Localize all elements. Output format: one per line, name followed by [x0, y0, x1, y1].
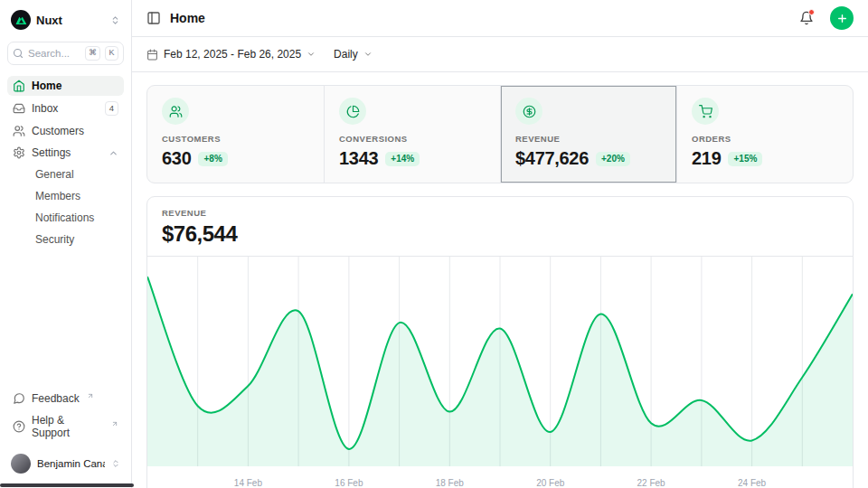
sidebar-subitem-label: General [35, 168, 74, 181]
kbd-cmd: ⌘ [85, 46, 100, 60]
sidebar-item-security[interactable]: Security [7, 230, 124, 249]
inbox-count-badge: 4 [105, 101, 118, 116]
revenue-chart-card: REVENUE $76,544 14 Feb16 Feb18 Feb20 Feb… [146, 196, 854, 488]
stats-row: CUSTOMERS 630 +8% CONVERSIONS 1343 +14% [146, 85, 854, 183]
dollar-circle-icon [515, 98, 542, 125]
sidebar-subitem-label: Members [35, 190, 80, 202]
sidebar-item-help-support[interactable]: Help & Support [7, 410, 124, 443]
granularity-label: Daily [334, 48, 358, 61]
chevron-down-icon [307, 50, 316, 59]
users-icon [13, 125, 25, 137]
revenue-area-chart[interactable]: 14 Feb16 Feb18 Feb20 Feb22 Feb24 Feb [147, 257, 853, 488]
sidebar-item-settings[interactable]: Settings [7, 143, 124, 163]
sidebar-collapse-button[interactable] [146, 11, 161, 25]
filter-toolbar: Feb 12, 2025 - Feb 26, 2025 Daily [132, 37, 868, 72]
chart-metric-label: REVENUE [162, 208, 838, 218]
stat-label: CONVERSIONS [339, 134, 486, 144]
sidebar-item-notifications[interactable]: Notifications [7, 208, 124, 228]
chat-bubble-icon [13, 392, 25, 405]
svg-text:14 Feb: 14 Feb [234, 478, 263, 488]
settings-subnav: General Members Notifications Security [7, 164, 124, 249]
sidebar-item-label: Feedback [32, 392, 80, 405]
sidebar-spacer [7, 249, 124, 389]
sidebar-item-label: Settings [32, 146, 71, 159]
user-menu[interactable]: Benjamin Canac [7, 450, 124, 477]
svg-text:22 Feb: 22 Feb [637, 478, 666, 488]
sidebar-item-home[interactable]: Home [7, 76, 124, 96]
sidebar-item-members[interactable]: Members [7, 186, 124, 206]
calendar-icon [146, 49, 158, 61]
external-link-icon [87, 392, 94, 399]
stat-value: 219 [692, 148, 721, 169]
stat-label: CUSTOMERS [162, 134, 309, 144]
external-link-icon [111, 420, 118, 427]
sidebar-subitem-label: Notifications [35, 211, 94, 224]
sidebar-item-label: Home [32, 80, 61, 92]
stat-label: ORDERS [692, 134, 838, 144]
chevron-down-icon [363, 50, 373, 59]
stat-card-orders[interactable]: ORDERS 219 +15% [676, 86, 853, 183]
stat-value: 630 [162, 148, 191, 169]
sidebar-item-label: Help & Support [32, 414, 104, 439]
users-icon [162, 98, 189, 125]
sidebar-item-customers[interactable]: Customers [7, 121, 124, 141]
home-icon [13, 80, 25, 92]
stat-card-customers[interactable]: CUSTOMERS 630 +8% [147, 86, 324, 183]
stat-delta-badge: +14% [385, 152, 420, 166]
svg-text:18 Feb: 18 Feb [436, 478, 465, 488]
nuxt-logo-icon [11, 10, 31, 30]
dashboard-content: CUSTOMERS 630 +8% CONVERSIONS 1343 +14% [132, 72, 868, 488]
horizontal-scrollbar-thumb[interactable] [0, 483, 134, 487]
chart-pie-icon [339, 98, 366, 125]
stat-card-conversions[interactable]: CONVERSIONS 1343 +14% [324, 86, 500, 183]
chevrons-up-down-icon [111, 459, 120, 468]
date-range-picker[interactable]: Feb 12, 2025 - Feb 26, 2025 [146, 48, 316, 61]
svg-text:16 Feb: 16 Feb [335, 478, 363, 488]
sidebar-item-feedback[interactable]: Feedback [7, 389, 124, 408]
chevron-up-icon [108, 148, 118, 158]
sidebar-nav: Home Inbox 4 Customers Settings [7, 76, 124, 249]
avatar [11, 454, 31, 474]
chart-header: REVENUE $76,544 [147, 197, 853, 257]
page-title: Home [170, 11, 790, 25]
gear-icon [13, 146, 25, 159]
workspace-selector[interactable]: Nuxt [7, 7, 124, 33]
svg-text:24 Feb: 24 Feb [738, 478, 767, 488]
search-placeholder: Search... [28, 48, 80, 59]
chevrons-up-down-icon [110, 15, 120, 25]
main-panel: Home Feb 12, 2025 - Feb 26, 2025 Daily [132, 0, 868, 488]
app-root: Nuxt Search... ⌘ K Home [0, 0, 868, 488]
stat-delta-badge: +8% [198, 152, 227, 166]
user-name: Benjamin Canac [37, 458, 105, 469]
notifications-bell-button[interactable] [799, 11, 814, 25]
stat-label: REVENUE [515, 134, 662, 144]
sidebar-item-label: Inbox [32, 102, 58, 115]
stat-delta-badge: +20% [596, 152, 630, 166]
stat-card-revenue[interactable]: REVENUE $477,626 +20% [500, 86, 676, 183]
granularity-select[interactable]: Daily [334, 48, 373, 61]
sidebar-subitem-label: Security [35, 233, 74, 246]
sidebar-footer-nav: Feedback Help & Support [7, 389, 124, 443]
stat-delta-badge: +15% [728, 152, 762, 166]
kbd-k: K [105, 46, 118, 60]
sidebar-item-general[interactable]: General [7, 164, 124, 184]
top-header: Home [132, 0, 868, 37]
svg-text:20 Feb: 20 Feb [536, 478, 565, 488]
help-circle-icon [13, 420, 25, 433]
add-button[interactable] [830, 6, 854, 30]
date-range-label: Feb 12, 2025 - Feb 26, 2025 [164, 48, 301, 61]
workspace-name: Nuxt [36, 14, 105, 27]
search-input[interactable]: Search... ⌘ K [7, 42, 124, 65]
shopping-cart-icon [692, 98, 719, 125]
notification-dot [808, 9, 815, 15]
chart-metric-value: $76,544 [162, 221, 838, 247]
inbox-icon [13, 102, 25, 115]
stat-value: 1343 [339, 148, 378, 169]
stat-value: $477,626 [515, 148, 589, 169]
sidebar-item-inbox[interactable]: Inbox 4 [7, 98, 124, 119]
sidebar-item-label: Customers [32, 125, 84, 137]
search-icon [13, 48, 24, 59]
sidebar: Nuxt Search... ⌘ K Home [0, 0, 132, 488]
